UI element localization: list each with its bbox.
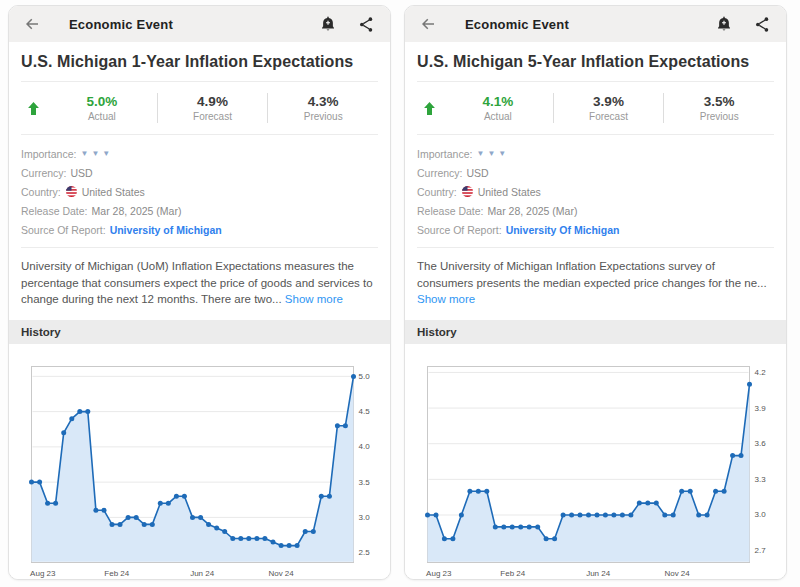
show-more-link[interactable]: Show more [285,293,343,305]
forecast-label: Forecast [554,111,664,122]
actual-value: 4.1% [443,94,553,109]
chart-data-point [645,501,650,506]
importance-label: Importance: [417,148,472,160]
chart-data-point [722,489,727,494]
chart-data-point [198,515,203,520]
event-title: U.S. Michigan 5-Year Inflation Expectati… [417,42,774,81]
country-value: United States [82,186,145,198]
bell-plus-icon [319,15,337,33]
chart-data-point [442,536,447,541]
back-button[interactable] [23,14,43,34]
chart-data-point [654,501,659,506]
chart-data-point [510,524,515,529]
chart-data-point [77,409,82,414]
release-date-label: Release Date: [417,205,484,217]
x-axis-label: Feb 24 [500,569,525,578]
y-axis-tick-label: 5.0 [359,372,371,381]
share-button[interactable] [752,14,772,34]
chart-data-point [730,453,735,458]
chart-data-point [662,513,667,518]
x-axis-label: Aug 23 [30,569,56,578]
release-date-value: Mar 28, 2025 (Mar) [92,205,182,217]
page: Economic Event U.S. Michigan 1-Year Infl… [0,0,800,585]
us-flag-icon [462,186,473,197]
chart-data-point [93,508,98,513]
show-more-link[interactable]: Show more [417,291,774,308]
chart-data-point [705,513,710,518]
chart-data-point [351,374,356,379]
chart-data-point [637,501,642,506]
source-link[interactable]: University of Michigan [110,224,222,236]
chart-data-point [271,540,276,545]
chart-data-point [174,494,179,499]
importance-bull-icon: ▼ [476,150,484,158]
chart-data-point [319,494,324,499]
importance-label: Importance: [21,148,76,160]
chart-data-point [29,480,34,485]
actual-column: 5.0% Actual [47,94,157,122]
back-button[interactable] [419,14,439,34]
chart-data-point [544,536,549,541]
chart-data-point [467,489,472,494]
country-label: Country: [417,186,457,198]
y-axis-tick-label: 3.6 [755,439,767,448]
trend-up-icon [417,102,443,115]
chart-data-point [434,513,439,518]
chart-data-point [595,513,600,518]
currency-label: Currency: [21,167,67,179]
chart-data-point [527,524,532,529]
y-axis-tick-label: 3.3 [755,475,767,484]
chart-data-point [134,515,139,520]
currency-value: USD [71,167,93,179]
chart-data-point [335,423,340,428]
back-arrow-icon [419,15,437,33]
chart-data-point [518,524,523,529]
chart-data-point [586,513,591,518]
share-button[interactable] [356,14,376,34]
chart-data-point [343,423,348,428]
chart-data-point [238,536,243,541]
chart-data-point [679,489,684,494]
source-link[interactable]: University Of Michigan [506,224,620,236]
history-chart-container: 2.73.03.33.63.94.2Aug 23Feb 24Jun 24Nov … [405,344,786,580]
chart-data-point [713,489,718,494]
x-axis-label: Aug 23 [426,569,452,578]
previous-label: Previous [664,111,774,122]
notification-add-button[interactable] [318,14,338,34]
chart-data-point [671,513,676,518]
event-description: The University of Michigan Inflation Exp… [417,248,774,320]
chart-data-point [620,513,625,518]
actual-value: 5.0% [47,94,157,109]
share-icon [754,16,771,33]
chart-data-point [158,501,163,506]
y-axis-tick-label: 3.5 [359,478,371,487]
chart-data-point [85,409,90,414]
description-text: The University of Michigan Inflation Exp… [417,260,767,289]
chart-data-point [69,416,74,421]
notification-add-button[interactable] [714,14,734,34]
appbar-title: Economic Event [69,17,173,32]
chart-data-point [102,508,107,513]
back-arrow-icon [23,15,41,33]
chart-data-point [696,513,701,518]
appbar-title: Economic Event [465,17,569,32]
event-title: U.S. Michigan 1-Year Inflation Expectati… [21,42,378,81]
actual-column: 4.1% Actual [443,94,553,122]
release-date-value: Mar 28, 2025 (Mar) [488,205,578,217]
importance-bull-icon: ▼ [102,150,110,158]
event-card-1-year: Economic Event U.S. Michigan 1-Year Infl… [8,5,391,580]
chart-data-point [118,522,123,527]
release-date-row: Release Date: Mar 28, 2025 (Mar) [417,201,774,220]
country-label: Country: [21,186,61,198]
forecast-column: 3.9% Forecast [554,94,664,122]
chart-data-point [287,543,292,548]
importance-icons: ▼ ▼ ▼ [476,150,506,158]
event-card-5-year: Economic Event U.S. Michigan 5-Year Infl… [404,5,787,580]
chart-data-point [688,489,693,494]
values-row: 5.0% Actual 4.9% Forecast 4.3% Previous [21,82,378,134]
importance-icons: ▼ ▼ ▼ [80,150,110,158]
currency-row: Currency: USD [21,163,378,182]
chart-data-point [747,382,752,387]
country-row: Country: United States [417,182,774,201]
importance-row: Importance: ▼ ▼ ▼ [21,144,378,163]
